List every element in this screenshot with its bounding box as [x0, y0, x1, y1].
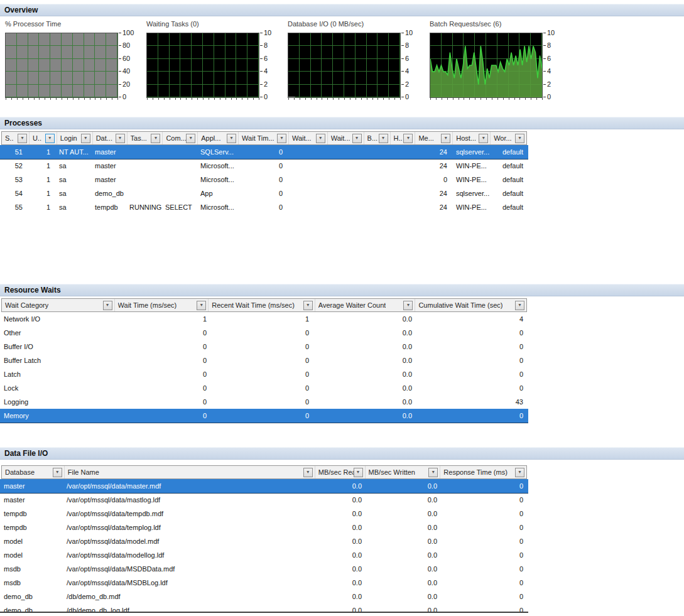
table-row[interactable]: demo_db/db/demo_db_log.ldf0.00.00 — [0, 603, 528, 612]
x-tick — [259, 98, 259, 100]
cell-response-time: 0 — [440, 521, 526, 534]
filter-button-session-id[interactable]: ▾ — [18, 134, 27, 143]
filter-button-database[interactable]: ▾ — [53, 468, 62, 477]
x-tick — [100, 98, 101, 100]
filter-button-wait-resource[interactable]: ▾ — [352, 134, 362, 143]
cell-application: Microsoft... — [197, 159, 237, 173]
column-header-command: Com...▾ — [163, 132, 198, 144]
cell-wait-resource — [327, 186, 363, 200]
section-header-resource-waits[interactable]: Resource Waits — [0, 284, 684, 296]
cell-wait-category: Other — [0, 326, 113, 340]
column-header-row: Wait Category▾Wait Time (ms/sec)▾Recent … — [1, 298, 527, 312]
filter-button-application[interactable]: ▾ — [227, 134, 236, 143]
column-header-label-database: Database — [5, 468, 35, 476]
filter-button-task-state[interactable]: ▾ — [151, 134, 160, 143]
table-row[interactable]: msdb/var/opt/mssql/data/MSDBData.mdf0.00… — [0, 562, 528, 576]
cell-database: tempdb — [0, 521, 63, 534]
column-header-label-cumulative-wait-time: Cumulative Wait Time (sec) — [418, 301, 502, 309]
waiting-tasks-chart-y-axis: 1086420 — [260, 33, 279, 98]
x-tick — [158, 98, 159, 100]
processor-time-chart-y-axis: 100806040200 — [119, 33, 138, 98]
filter-button-average-waiter-count[interactable]: ▾ — [403, 301, 413, 310]
database-io-chart-series — [288, 33, 400, 97]
x-tick — [436, 98, 437, 100]
cell-memory-use: 24 — [415, 145, 452, 159]
table-row[interactable]: Network I/O110.04 — [0, 312, 528, 326]
filter-button-wait-category[interactable]: ▾ — [103, 301, 112, 310]
table-row[interactable]: master/var/opt/mssql/data/master.mdf0.00… — [0, 479, 528, 493]
table-row[interactable]: 531samasterMicrosoft...00WIN-PE...defaul… — [0, 173, 528, 186]
table-row[interactable]: model/var/opt/mssql/data/model.mdf0.00.0… — [0, 534, 528, 548]
x-tick — [430, 98, 431, 100]
table-row[interactable]: tempdb/var/opt/mssql/data/tempdb.mdf0.00… — [0, 507, 528, 521]
cell-cumulative-wait-time: 0 — [415, 340, 526, 354]
x-tick — [288, 98, 289, 100]
cell-mb-sec-written: 0.0 — [364, 507, 440, 521]
filter-button-mb-sec-written[interactable]: ▾ — [428, 468, 438, 477]
table-row[interactable]: msdb/var/opt/mssql/data/MSDBLog.ldf0.00.… — [0, 576, 528, 590]
cell-blocked-by — [363, 145, 389, 159]
cell-average-waiter-count: 0.0 — [314, 312, 415, 326]
cell-workload-group: default — [490, 159, 526, 173]
x-tick — [361, 98, 362, 100]
table-row[interactable]: master/var/opt/mssql/data/mastlog.ldf0.0… — [0, 493, 528, 507]
cell-recent-wait-time: 1 — [207, 312, 314, 326]
table-row[interactable]: 551satempdbRUNNINGSELECTMicrosoft...024W… — [0, 200, 528, 214]
table-row[interactable]: Buffer I/O000.00 — [0, 340, 528, 354]
table-row[interactable]: demo_db/db/demo_db.mdf0.00.00 — [0, 590, 528, 603]
x-tick — [164, 98, 165, 100]
filter-button-blocked-by[interactable]: ▾ — [379, 134, 388, 143]
cell-wait-category: Lock — [0, 381, 113, 395]
table-row[interactable]: model/var/opt/mssql/data/modellog.ldf0.0… — [0, 548, 528, 562]
cell-wait-time: 0 — [113, 409, 207, 423]
filter-button-user-processes[interactable]: ▾ — [45, 134, 55, 143]
filter-button-response-time[interactable]: ▾ — [515, 468, 524, 477]
cell-login: sa — [55, 200, 91, 214]
filter-button-head-blocker[interactable]: ▾ — [403, 134, 413, 143]
table-row[interactable]: 521samasterMicrosoft...024WIN-PE...defau… — [0, 159, 528, 173]
filter-button-login[interactable]: ▾ — [81, 134, 90, 143]
cell-recent-wait-time: 0 — [207, 395, 314, 409]
cell-blocked-by — [363, 200, 389, 214]
filter-button-wait-time[interactable]: ▾ — [197, 301, 206, 310]
filter-button-database[interactable]: ▾ — [116, 134, 125, 143]
filter-button-mb-sec-read[interactable]: ▾ — [354, 468, 363, 477]
cell-user-processes: 1 — [28, 186, 55, 200]
cell-database: demo_db — [0, 590, 63, 603]
table-row[interactable]: Other000.00 — [0, 326, 528, 340]
x-tick — [6, 98, 6, 100]
table-row[interactable]: Memory000.00 — [0, 409, 528, 423]
cell-wait-resource — [327, 145, 363, 159]
filter-button-workload-group[interactable]: ▾ — [515, 134, 524, 143]
section-header-overview[interactable]: Overview — [0, 4, 684, 16]
column-header-login: Login▾ — [57, 132, 93, 144]
y-tick — [543, 58, 546, 59]
table-row[interactable]: Lock000.00 — [0, 381, 528, 395]
table-row[interactable]: 541sademo_dbApp024sqlserver...default — [0, 186, 528, 200]
filter-button-wait-time[interactable]: ▾ — [277, 134, 286, 143]
table-row[interactable]: tempdb/var/opt/mssql/data/templog.ldf0.0… — [0, 521, 528, 534]
cell-head-blocker — [389, 159, 415, 173]
filter-button-memory-use[interactable]: ▾ — [441, 134, 450, 143]
filter-button-recent-wait-time[interactable]: ▾ — [303, 301, 313, 310]
filter-button-file-name[interactable]: ▾ — [303, 468, 313, 477]
y-tick-label: 4 — [405, 67, 409, 75]
section-header-data-file-io[interactable]: Data File I/O — [0, 447, 684, 460]
cell-wait-category: Logging — [0, 395, 113, 409]
cell-workload-group: default — [490, 186, 526, 200]
filter-button-command[interactable]: ▾ — [186, 134, 195, 143]
filter-button-cumulative-wait-time[interactable]: ▾ — [515, 301, 524, 310]
x-tick — [536, 98, 537, 100]
table-row[interactable]: Buffer Latch000.00 — [0, 354, 528, 367]
filter-button-wait-type[interactable]: ▾ — [316, 134, 325, 143]
x-tick — [45, 98, 45, 100]
x-tick — [447, 98, 448, 100]
cell-cumulative-wait-time: 4 — [415, 312, 526, 326]
table-row[interactable]: 511NT AUT...masterSQLServ...024sqlserver… — [0, 145, 528, 159]
table-row[interactable]: Logging000.043 — [0, 395, 528, 409]
section-header-processes[interactable]: Processes — [0, 117, 684, 129]
filter-button-host-name[interactable]: ▾ — [479, 134, 488, 143]
table-row[interactable]: Latch000.00 — [0, 367, 528, 381]
x-tick — [492, 98, 492, 100]
cell-cumulative-wait-time: 0 — [415, 367, 526, 381]
